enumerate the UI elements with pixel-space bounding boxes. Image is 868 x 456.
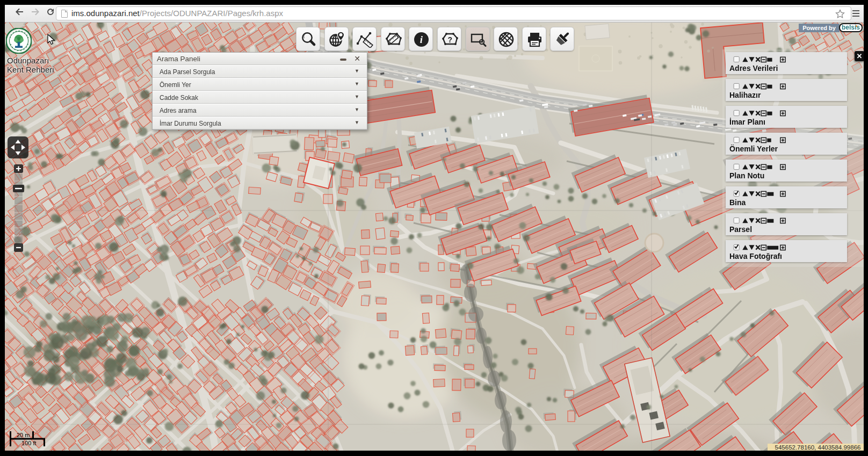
svg-text:20 m: 20 m [17,432,30,438]
svg-text:?: ? [447,35,452,44]
svg-text:100 ft: 100 ft [21,440,37,446]
svg-text:i: i [420,34,423,45]
